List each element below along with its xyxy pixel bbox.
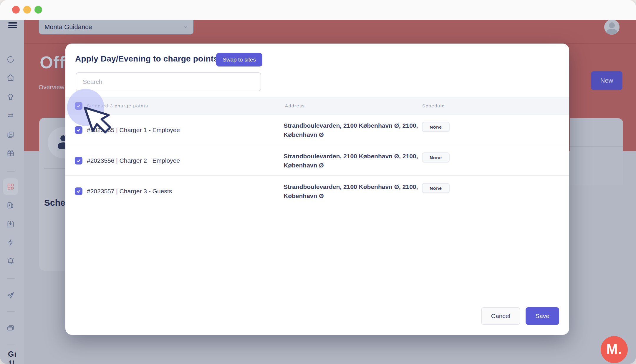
select-all-checkbox[interactable]	[75, 102, 82, 110]
table-row[interactable]: #2023557 | Charger 3 - Guests Strandboul…	[65, 176, 569, 207]
row-checkbox[interactable]	[75, 126, 82, 134]
sidebar-divider	[7, 171, 15, 172]
schedule-chip[interactable]: None	[422, 152, 450, 162]
search-input[interactable]	[76, 72, 261, 91]
documents-icon[interactable]	[6, 130, 15, 139]
check-icon	[76, 189, 81, 194]
charge-point-address: Strandboulevarden, 2100 København Ø, 210…	[284, 121, 422, 139]
background-side-card	[570, 118, 623, 185]
new-button[interactable]: New	[591, 71, 622, 90]
app-content: Monta Guidance Offi Overview Sche New Gı…	[0, 20, 636, 364]
sidebar: Gı 4 i	[0, 20, 24, 364]
sidebar-divider	[7, 345, 15, 345]
cancel-button[interactable]: Cancel	[481, 307, 520, 325]
titlebar	[0, 0, 636, 20]
home-icon[interactable]	[6, 73, 15, 82]
row-checkbox[interactable]	[75, 187, 82, 195]
save-button[interactable]: Save	[526, 307, 559, 325]
transactions-icon[interactable]	[6, 111, 15, 120]
zoom-window-button[interactable]	[34, 6, 42, 14]
schedule-header: Schedule	[422, 103, 445, 108]
team-initials[interactable]: Gı	[8, 350, 16, 359]
charge-point-list: #2023555 | Charger 1 - Employee Strandbo…	[65, 115, 569, 207]
row-checkbox[interactable]	[75, 157, 82, 164]
send-icon[interactable]	[6, 291, 15, 300]
download-icon[interactable]	[6, 220, 15, 229]
gift-icon[interactable]	[6, 148, 15, 158]
person-icon	[604, 20, 620, 35]
table-row[interactable]: #2023556 | Charger 2 - Employee Strandbo…	[65, 145, 569, 176]
check-icon	[76, 158, 81, 163]
modal-title: Apply Day/Evening to charge points	[75, 54, 218, 64]
table-row[interactable]: #2023555 | Charger 1 - Employee Strandbo…	[65, 115, 569, 145]
chevron-down-icon	[183, 24, 188, 30]
monta-logo-text: M.	[606, 341, 622, 357]
award-icon[interactable]	[6, 92, 15, 102]
address-header: Address	[285, 103, 305, 108]
check-icon	[76, 104, 81, 108]
schedules-heading: Sche	[44, 198, 65, 208]
selection-count-header: Selected 3 charge points	[87, 103, 148, 108]
bolt-icon[interactable]	[6, 238, 15, 247]
workspace-selector-label: Monta Guidance	[44, 20, 92, 34]
team-sub-label: 4 i	[9, 360, 14, 364]
workspace-selector[interactable]: Monta Guidance	[39, 20, 193, 34]
table-header: Selected 3 charge points Address Schedul…	[65, 97, 569, 115]
charge-point-name: #2023556 | Charger 2 - Employee	[87, 157, 180, 164]
search-field-wrapper	[76, 72, 261, 91]
charge-point-address: Strandboulevarden, 2100 København Ø, 210…	[284, 152, 422, 170]
bell-icon[interactable]	[6, 256, 15, 266]
apply-schedule-modal: Apply Day/Evening to charge points Swap …	[65, 44, 569, 335]
charge-point-name: #2023557 | Charger 3 - Guests	[87, 188, 172, 195]
close-window-button[interactable]	[12, 6, 20, 14]
sync-icon[interactable]	[6, 55, 15, 64]
charge-point-address: Strandboulevarden, 2100 København Ø, 210…	[284, 182, 422, 200]
check-icon	[76, 128, 81, 132]
charge-point-name: #2023555 | Charger 1 - Employee	[87, 127, 180, 134]
app-window: Monta Guidance Offi Overview Sche New Gı…	[0, 0, 636, 364]
charge-point-icon[interactable]	[6, 201, 15, 210]
sidebar-divider	[7, 278, 15, 279]
swap-to-sites-button[interactable]: Swap to sites	[216, 53, 262, 67]
sidebar-divider	[7, 311, 15, 312]
user-avatar[interactable]	[604, 20, 620, 35]
card-icon[interactable]	[6, 324, 15, 333]
minimize-window-button[interactable]	[23, 6, 31, 14]
card-divider	[570, 146, 623, 147]
breadcrumb: Overview	[39, 84, 64, 91]
schedule-chip[interactable]: None	[422, 122, 450, 132]
menu-toggle-button[interactable]	[8, 22, 17, 28]
schedule-chip[interactable]: None	[422, 183, 450, 193]
monta-logo: M.	[601, 336, 628, 363]
grid-icon[interactable]	[6, 182, 15, 191]
